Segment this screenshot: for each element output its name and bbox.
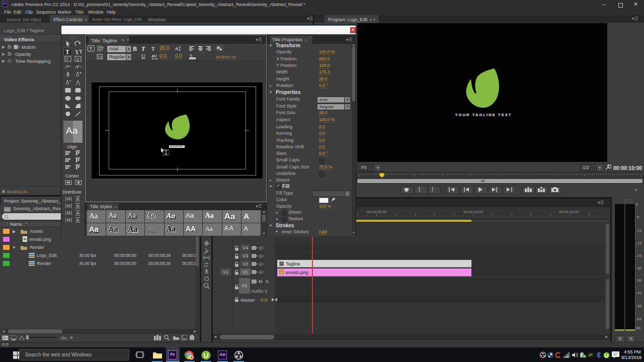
svg-text:T: T: [66, 65, 69, 68]
svg-text:AV: AV: [151, 54, 157, 58]
svg-text:T: T: [66, 57, 68, 61]
svg-text:A: A: [175, 46, 179, 51]
svg-text:Ɣ: Ɣ: [76, 65, 79, 69]
svg-text:⇅: ⇅: [190, 54, 193, 57]
svg-text:T: T: [90, 46, 93, 51]
svg-text:Ɣ: Ɣ: [76, 57, 79, 61]
svg-text:7¼: 7¼: [98, 55, 103, 59]
